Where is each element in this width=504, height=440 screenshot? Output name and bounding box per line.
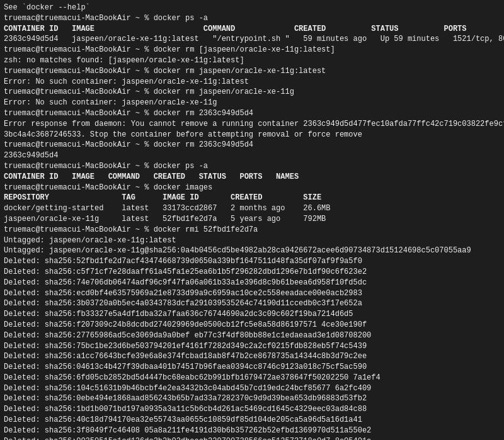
terminal-line: Deleted: sha256:ecd0bf4e63575969a21e8733… bbox=[4, 288, 500, 299]
terminal-line: truemac@truemacui-MacBookAir ~ % docker … bbox=[4, 140, 500, 150]
terminal-line: truemac@truemacui-MacBookAir ~ % docker … bbox=[4, 45, 500, 55]
terminal-line: 3bc4a4c3687246533. Stop the container be… bbox=[4, 130, 500, 140]
terminal-line: truemac@truemacui-MacBookAir ~ % docker … bbox=[4, 183, 500, 193]
terminal-line: Deleted: sha256:00350515e1cd126dc3b2b02d… bbox=[4, 436, 500, 440]
terminal-line: truemac@truemacui-MacBookAir ~ % docker … bbox=[4, 87, 500, 98]
terminal-line: Deleted: sha256:27765986ad5ce3069da9a0be… bbox=[4, 330, 500, 341]
terminal-line: CONTAINER ID IMAGE COMMAND CREATED STATU… bbox=[4, 24, 500, 35]
terminal-line: docker/getting-started latest 33173ccd28… bbox=[4, 203, 500, 214]
terminal-line: truemac@truemacui-MacBookAir ~ % docker … bbox=[4, 225, 500, 235]
terminal-line: zsh: no matches found: [jaspeen/oracle-x… bbox=[4, 55, 500, 66]
terminal-line: 2363c949d5d4 jaspeen/oracle-xe-11g:lates… bbox=[4, 34, 500, 45]
terminal-line: Deleted: sha256:1bd1b0071bd197a0935a3a11… bbox=[4, 404, 500, 415]
terminal-line: Deleted: sha256:40c18d794170ea32e55743aa… bbox=[4, 415, 500, 426]
terminal-line: Deleted: sha256:04613c4b427f39dbaa401b74… bbox=[4, 362, 500, 373]
terminal-line: Error: No such container: jaspeen/oracle… bbox=[4, 98, 500, 108]
terminal-line: Deleted: sha256:3b03720a0b5ec4a0343783dc… bbox=[4, 298, 500, 309]
terminal-window[interactable]: See `docker --help`truemac@truemacui-Mac… bbox=[0, 0, 504, 440]
terminal-line: See `docker --help` bbox=[4, 3, 500, 13]
terminal-line: Error response from daemon: You cannot r… bbox=[4, 119, 500, 130]
terminal-line: 2363c949d5d4 bbox=[4, 150, 500, 161]
terminal-line: Deleted: sha256:fb33327e5a4df1dba32a7faa… bbox=[4, 309, 500, 320]
terminal-line: REPOSITORY TAG IMAGE ID CREATED SIZE bbox=[4, 193, 500, 203]
terminal-line: Deleted: sha256:52fbd1fe2d7acf4347466873… bbox=[4, 256, 500, 267]
terminal-line: jaspeen/oracle-xe-11g latest 52fbd1fe2d7… bbox=[4, 214, 500, 225]
terminal-line: Deleted: sha256:104c51631b9b46bcbf4e2ea3… bbox=[4, 383, 500, 394]
terminal-line: Deleted: sha256:a1cc76643bcfe39e6a8e374f… bbox=[4, 351, 500, 362]
terminal-line: Deleted: sha256:75bc1be23d6be503794201ef… bbox=[4, 341, 500, 352]
terminal-line: Deleted: sha256:0ebe494e1868aad856243b65… bbox=[4, 393, 500, 404]
terminal-line: Deleted: sha256:3f8049f7c46408 05a8a211f… bbox=[4, 426, 500, 436]
terminal-line: Deleted: sha256:f207309c24b8dcdbd2740299… bbox=[4, 320, 500, 330]
terminal-line: CONTAINER ID IMAGE COMMAND CREATED STATU… bbox=[4, 172, 500, 183]
terminal-line: Deleted: sha256:6fd05cb2852bd5d4447bc68e… bbox=[4, 373, 500, 383]
terminal-line: truemac@truemacui-MacBookAir ~ % docker … bbox=[4, 66, 500, 77]
terminal-line: Error: No such container: jaspeen/oracle… bbox=[4, 77, 500, 87]
terminal-line: Deleted: sha256:74e706db06474adf96c9f47f… bbox=[4, 278, 500, 288]
terminal-line: Untagged: jaspeen/oracle-xe-11g:latest bbox=[4, 235, 500, 246]
terminal-line: truemac@truemacui-MacBookAir ~ % docker … bbox=[4, 13, 500, 24]
terminal-line: truemac@truemacui-MacBookAir ~ % docker … bbox=[4, 161, 500, 172]
terminal-line: truemac@truemacui-MacBookAir ~ % docker … bbox=[4, 108, 500, 119]
terminal-line: Untagged: jaspeen/oracle-xe-11g@sha256:0… bbox=[4, 245, 500, 256]
terminal-line: Deleted: sha256:c5f71cf7e28daaff61a45fa1… bbox=[4, 267, 500, 278]
